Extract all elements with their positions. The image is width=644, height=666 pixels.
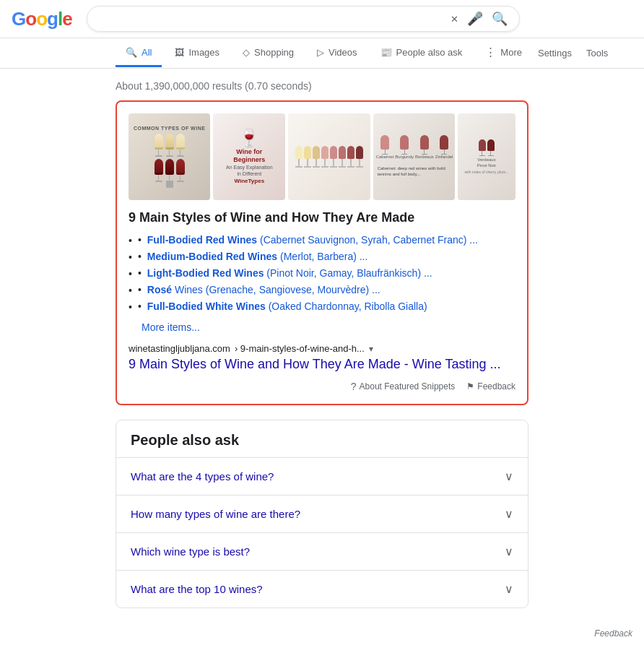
- tab-news[interactable]: 📰 People also ask: [370, 40, 473, 67]
- bullet: •: [138, 251, 142, 262]
- list-item: • Light-Bodied Red Wines (Pinot Noir, Ga…: [129, 267, 515, 280]
- logo-g: G: [12, 8, 25, 30]
- list-item: • Full-Bodied White Wines (Oaked Chardon…: [129, 300, 515, 313]
- results-count: About 1,390,000,000 results (0.70 second…: [116, 74, 528, 100]
- snippet-result-link[interactable]: 9 Main Styles of Wine and How They Are M…: [129, 357, 515, 372]
- list-item: • Medium-Bodied Red Wines (Merlot, Barbe…: [129, 251, 515, 263]
- paa-question-1: What are the 4 types of wine?: [131, 470, 274, 483]
- clear-search-button[interactable]: ✕: [451, 14, 458, 25]
- paa-expand-icon-4: ∨: [505, 582, 513, 596]
- paa-item-1[interactable]: What are the 4 types of wine? ∨: [116, 457, 528, 495]
- results-area: About 1,390,000,000 results (0.70 second…: [0, 69, 644, 608]
- logo-o2: o: [36, 8, 47, 30]
- list-item-link-2[interactable]: Medium-Bodied Red Wines (Merlot, Barbera…: [147, 251, 368, 262]
- snippet-image-3[interactable]: [288, 113, 370, 200]
- about-featured-snippets-label: About Featured Snippets: [360, 381, 456, 392]
- flag-icon: ⚑: [466, 381, 474, 392]
- snippet-image-2[interactable]: 🍷 Wine forBeginners An Easy Explanationi…: [213, 113, 285, 200]
- snippet-list: • Full-Bodied Red Wines (Cabernet Sauvig…: [129, 234, 515, 313]
- logo-o1: o: [25, 8, 36, 30]
- tab-shopping[interactable]: ◇ Shopping: [232, 40, 304, 67]
- clear-icon: ✕: [451, 14, 458, 25]
- bottom-feedback[interactable]: Feedback: [0, 623, 644, 644]
- tab-shopping-label: Shopping: [254, 47, 294, 58]
- tab-all[interactable]: 🔍 All: [116, 40, 162, 67]
- list-item-bold-1: Full-Bodied Red Wines: [147, 234, 257, 246]
- feedback-button[interactable]: ⚑ Feedback: [466, 381, 515, 392]
- more-items-link[interactable]: More items...: [129, 321, 200, 333]
- voice-search-button[interactable]: 🎤: [467, 11, 483, 27]
- google-logo: Google: [12, 8, 72, 30]
- snippet-image-1[interactable]: Common Types of Wine: [129, 113, 210, 200]
- about-featured-snippets-button[interactable]: ? About Featured Snippets: [351, 381, 456, 392]
- logo-e: e: [62, 8, 71, 30]
- list-item-bold-5: Full-Bodied White Wines: [147, 300, 266, 312]
- paa-expand-icon-3: ∨: [505, 545, 513, 558]
- list-item-link-4[interactable]: Rosé Wines (Grenache, Sangiovese, Mourvè…: [147, 284, 380, 295]
- tab-videos[interactable]: ▷ Videos: [307, 40, 367, 67]
- list-item-bold-3: Light-Bodied Red Wines: [147, 267, 264, 279]
- question-circle-icon: ?: [351, 381, 357, 392]
- tools-button[interactable]: Tools: [583, 42, 611, 64]
- nav-tabs: 🔍 All 🖼 Images ◇ Shopping ▷ Videos 📰 Peo…: [0, 38, 644, 69]
- tab-images[interactable]: 🖼 Images: [165, 40, 230, 67]
- list-item-bold-2: Medium-Bodied Red Wines: [147, 251, 277, 262]
- tab-images-label: Images: [188, 47, 219, 58]
- tab-more-label: More: [500, 47, 522, 58]
- microphone-icon: 🎤: [467, 11, 483, 27]
- list-item-bold-4: Rosé: [147, 284, 172, 295]
- header: Google types of wine ✕ 🎤 🔍: [0, 0, 644, 38]
- source-url: winetastingljubljana.com › 9-main-styles…: [129, 343, 515, 354]
- list-item: • Rosé Wines (Grenache, Sangiovese, Mour…: [129, 284, 515, 296]
- list-item-link-1[interactable]: Full-Bodied Red Wines (Cabernet Sauvigno…: [147, 234, 478, 246]
- list-item-link-3[interactable]: Light-Bodied Red Wines (Pinot Noir, Gama…: [147, 267, 432, 279]
- snippet-title: 9 Main Styles of Wine and How They Are M…: [129, 210, 515, 225]
- more-icon: ⋮: [485, 46, 496, 59]
- paa-item-2[interactable]: How many types of wine are there? ∨: [116, 495, 528, 532]
- feedback-label: Feedback: [477, 381, 515, 392]
- all-search-icon: 🔍: [126, 47, 137, 58]
- image-search-button[interactable]: 🔍: [492, 11, 508, 27]
- paa-expand-icon-2: ∨: [505, 507, 513, 521]
- bullet: •: [138, 267, 142, 279]
- paa-question-4: What are the top 10 wines?: [131, 583, 263, 595]
- paa-question-3: Which wine type is best?: [131, 545, 250, 558]
- tab-all-label: All: [142, 47, 152, 58]
- images-icon: 🖼: [175, 47, 184, 58]
- snippet-images: Common Types of Wine: [129, 113, 515, 200]
- shopping-icon: ◇: [243, 47, 250, 58]
- videos-icon: ▷: [317, 47, 324, 58]
- paa-question-2: How many types of wine are there?: [131, 508, 300, 520]
- bullet: •: [138, 300, 142, 312]
- search-bar-icons: ✕ 🎤 🔍: [451, 11, 508, 27]
- people-also-ask-title: People also ask: [116, 420, 528, 457]
- snippet-image-4[interactable]: Cabernet Burgundy Bordeaux: [373, 113, 455, 200]
- paa-expand-icon-1: ∨: [505, 470, 513, 483]
- tab-more[interactable]: ⋮ More: [475, 38, 532, 68]
- source-path: › 9-main-styles-of-wine-and-h...: [235, 343, 365, 354]
- paa-item-3[interactable]: Which wine type is best? ∨: [116, 532, 528, 570]
- bullet: •: [138, 234, 142, 246]
- settings-button[interactable]: Settings: [535, 42, 575, 64]
- snippet-footer: ? About Featured Snippets ⚑ Feedback: [129, 381, 515, 392]
- source-dropdown-icon[interactable]: ▾: [369, 344, 373, 354]
- people-also-ask-section: People also ask What are the 4 types of …: [116, 420, 528, 608]
- settings-tools: Settings Tools: [535, 42, 611, 64]
- tab-news-label: People also ask: [396, 47, 463, 58]
- news-icon: 📰: [380, 47, 392, 58]
- featured-snippet: Common Types of Wine: [116, 100, 528, 405]
- list-item-link-5[interactable]: Full-Bodied White Wines (Oaked Chardonna…: [147, 300, 427, 312]
- search-by-image-icon: 🔍: [492, 11, 508, 27]
- search-input[interactable]: types of wine: [99, 12, 451, 25]
- logo-g2: g: [47, 8, 58, 30]
- bottom-feedback-label: Feedback: [594, 628, 632, 639]
- snippet-image-5[interactable]: VerdeauxPinot Noir with notes of cherry,…: [458, 113, 515, 200]
- bullet: •: [138, 284, 142, 295]
- list-item: • Full-Bodied Red Wines (Cabernet Sauvig…: [129, 234, 515, 246]
- source-domain: winetastingljubljana.com: [129, 343, 230, 354]
- tab-videos-label: Videos: [328, 47, 357, 58]
- search-bar: types of wine ✕ 🎤 🔍: [87, 6, 520, 32]
- paa-item-4[interactable]: What are the top 10 wines? ∨: [116, 570, 528, 607]
